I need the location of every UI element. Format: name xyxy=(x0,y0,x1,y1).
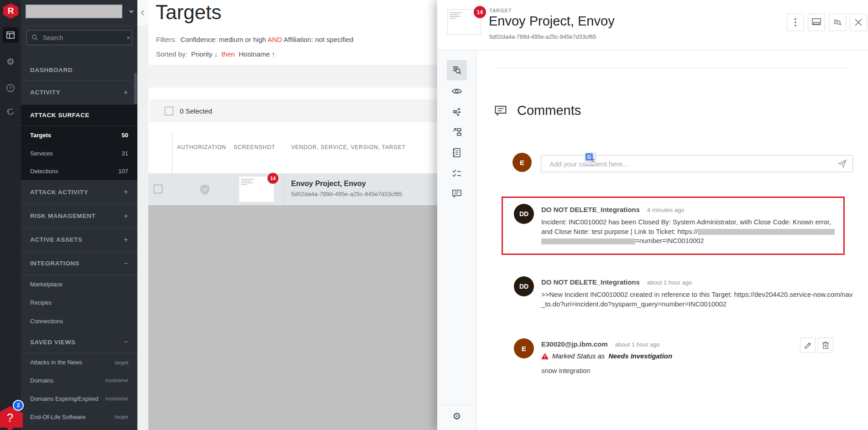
saved-view-end-of-life[interactable]: End-Of-Life Software target xyxy=(21,408,137,426)
sidebar-item-services[interactable]: Services 31 xyxy=(21,144,137,162)
paths-icon[interactable] xyxy=(447,122,467,142)
clear-search-icon[interactable]: × xyxy=(126,34,131,41)
org-name-redacted xyxy=(26,5,122,18)
saved-view-type: hostname xyxy=(105,378,128,383)
panel-header: 14 TARGET Envoy Project, Envoy 5d02da4a-… xyxy=(437,0,868,50)
detection-count-badge: 14 xyxy=(267,173,278,184)
comment-body: >>New Incident INC0010002 created in ref… xyxy=(541,290,856,309)
saved-view-type: target xyxy=(115,360,128,365)
selection-bar: 0 Selected xyxy=(150,99,437,122)
sidebar-item-recipes[interactable]: Recipes xyxy=(21,293,137,311)
send-comment-icon[interactable] xyxy=(838,159,847,168)
search-input[interactable] xyxy=(42,34,126,42)
detections-count: 107 xyxy=(118,168,128,175)
comment-body: snow integration xyxy=(541,366,850,376)
sidebar-item-activity[interactable]: ACTIVITY + xyxy=(21,80,137,104)
row-target-uuid: 5d02da4a-789d-495e-a25c-845e7d33cf65 xyxy=(291,191,403,197)
expand-plus-icon[interactable]: + xyxy=(124,188,128,196)
expand-plus-icon[interactable]: + xyxy=(124,236,128,244)
sort-priority[interactable]: Priority ↓ xyxy=(191,50,218,58)
close-panel-button[interactable] xyxy=(850,14,867,31)
org-switcher[interactable] xyxy=(21,0,137,26)
eye-icon[interactable] xyxy=(447,81,467,101)
sidebar-item-risk-management[interactable]: RISK MANAGEMENT + xyxy=(21,204,137,228)
screenshot-button[interactable] xyxy=(808,14,825,31)
sidebar-search: × xyxy=(26,30,132,45)
filter-confidence[interactable]: Confidence: medium or high xyxy=(180,36,266,43)
sidebar-item-attack-surface[interactable]: ATTACK SURFACE xyxy=(21,104,137,126)
sidebar: × DASHBOARD ACTIVITY + ATTACK SURFACE Ta… xyxy=(21,0,137,430)
sort-then: then xyxy=(221,50,235,58)
sidebar-item-dashboard[interactable]: DASHBOARD xyxy=(21,59,137,80)
column-header-authorization[interactable]: AUTHORIZATION xyxy=(177,144,226,150)
comment-time: about 1 hour ago xyxy=(647,279,692,286)
authorization-shield-icon xyxy=(199,184,210,196)
row-target-name[interactable]: Envoy Project, Envoy xyxy=(291,180,403,188)
collapse-minus-icon[interactable]: − xyxy=(124,338,128,346)
page-title: Targets xyxy=(156,1,221,24)
overflow-menu-button[interactable] xyxy=(787,14,804,31)
sidebar-item-attack-activity[interactable]: ATTACK ACTIVITY + xyxy=(21,180,137,204)
comments-heading: Comments xyxy=(494,103,581,118)
sidebar-item-active-assets[interactable]: ACTIVE ASSETS + xyxy=(21,228,137,251)
table-header: AUTHORIZATION SCREENSHOT VENDOR, SERVICE… xyxy=(148,125,437,173)
sidebar-item-connections[interactable]: Connections xyxy=(21,311,137,331)
settings-icon[interactable]: ⚙ xyxy=(447,406,467,426)
panel-tab-rail: ⚙ xyxy=(437,50,477,430)
logout-icon[interactable] xyxy=(3,104,18,119)
relationships-icon[interactable] xyxy=(447,102,467,122)
sidebar-item-integrations[interactable]: INTEGRATIONS − xyxy=(21,251,137,275)
sidebar-item-targets[interactable]: Targets 50 xyxy=(21,126,137,144)
saved-view-domains[interactable]: Domains hostname xyxy=(21,371,137,389)
edit-comment-button[interactable] xyxy=(800,337,816,353)
delete-comment-button[interactable] xyxy=(818,337,833,353)
help-icon[interactable]: ? xyxy=(3,80,18,96)
current-user-avatar: E xyxy=(512,153,532,172)
row-checkbox[interactable] xyxy=(154,185,162,193)
translate-extension-icon[interactable]: G文 xyxy=(585,152,596,165)
detection-count-badge: 14 xyxy=(474,6,486,18)
warning-icon xyxy=(541,353,549,359)
expand-plus-icon[interactable]: + xyxy=(124,88,128,97)
sidebar-item-marketplace[interactable]: Marketplace xyxy=(21,275,137,293)
annotation-highlight-rectangle xyxy=(502,197,845,255)
comments-icon[interactable] xyxy=(447,184,467,204)
comment-time: about 1 hour ago xyxy=(615,341,660,348)
row-screenshot-thumbnail[interactable]: 14 xyxy=(239,176,274,202)
panel-title: Envoy Project, Envoy xyxy=(489,14,615,29)
filter-operator: AND xyxy=(267,36,282,43)
targets-page: Targets Filters: Confidence: medium or h… xyxy=(148,0,437,205)
filter-affiliation[interactable]: Affiliation: not specified xyxy=(283,36,353,43)
collapse-sidebar-button[interactable] xyxy=(137,0,148,26)
status-change-line: Marked Status as Needs Investigation xyxy=(541,352,861,360)
grid-dashboard-icon[interactable] xyxy=(3,27,18,43)
settings-icon[interactable]: ⚙ xyxy=(3,54,18,69)
audit-search-button[interactable] xyxy=(829,14,846,31)
collapse-minus-icon[interactable]: − xyxy=(124,259,128,268)
comment-author[interactable]: E30020@jp.ibm.com xyxy=(541,340,608,348)
comments-icon xyxy=(494,105,507,117)
checklist-icon[interactable] xyxy=(447,163,467,183)
pencil-icon xyxy=(805,342,811,349)
comment-author[interactable]: DO NOT DELETE_Integrations xyxy=(541,278,640,286)
chat-notification-badge: 2 xyxy=(13,400,24,411)
randori-logo[interactable]: R xyxy=(3,3,18,19)
section-divider xyxy=(494,68,850,68)
target-screenshot-thumbnail[interactable]: 14 xyxy=(447,9,481,35)
notes-icon[interactable] xyxy=(447,143,467,163)
rail-divider xyxy=(440,404,473,405)
sidebar-item-detections[interactable]: Detections 107 xyxy=(21,162,137,180)
column-header-vendor[interactable]: VENDOR, SERVICE, VERSION, TARGET xyxy=(291,144,406,150)
saved-view-domains-expiring[interactable]: Domains Expiring/Expired hostname xyxy=(21,389,137,408)
table-row[interactable]: 14 Envoy Project, Envoy 5d02da4a-789d-49… xyxy=(148,173,437,205)
sidebar-item-saved-views[interactable]: SAVED VIEWS − xyxy=(21,331,137,353)
entity-type-label: TARGET xyxy=(489,8,512,13)
detail-search-icon[interactable] xyxy=(447,60,467,80)
saved-view-attacks-in-the-news[interactable]: Attacks in the News target xyxy=(21,353,137,371)
column-header-screenshot[interactable]: SCREENSHOT xyxy=(234,144,275,150)
expand-plus-icon[interactable]: + xyxy=(124,212,128,220)
select-all-checkbox[interactable] xyxy=(165,107,173,115)
filters-line: Filters: Confidence: medium or high AND … xyxy=(156,36,353,43)
sort-hostname[interactable]: Hostname ↑ xyxy=(239,50,275,58)
close-icon xyxy=(855,19,862,26)
